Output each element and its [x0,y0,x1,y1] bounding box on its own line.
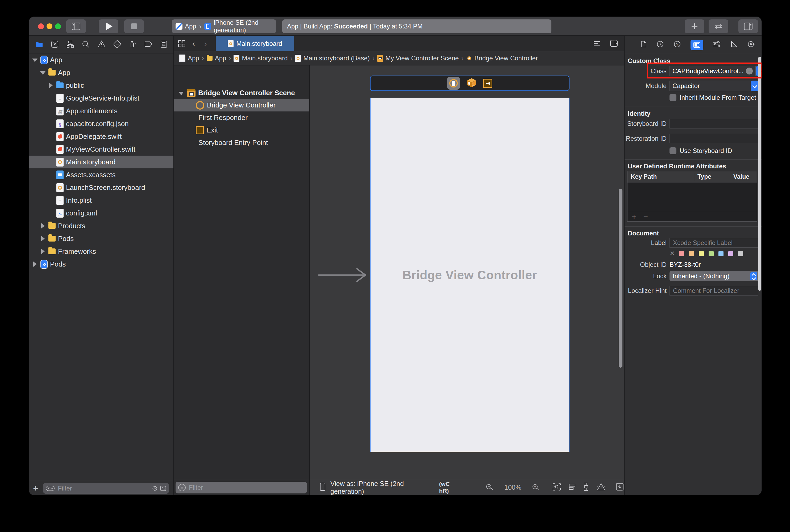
outline-row[interactable]: Exit [173,124,309,136]
symbol-navigator-tab[interactable] [66,40,74,49]
outline-row[interactable]: Bridge View Controller [173,99,309,111]
localizer-hint-input[interactable] [672,287,755,295]
add-attribute-button[interactable]: + [632,212,637,221]
breadcrumb-item[interactable]: App [207,55,226,62]
document-label-input[interactable] [672,239,755,247]
file-row[interactable]: GoogleService-Info.plist [29,92,173,104]
color-swatch[interactable] [689,251,694,256]
breadcrumb-item[interactable]: Main.storyboard [234,55,288,62]
tab-overview-button[interactable] [178,40,186,49]
file-row[interactable]: Frameworks [29,245,173,258]
file-row[interactable]: AppDelegate.swift [29,130,173,143]
no-color-button[interactable]: ✕ [670,250,675,257]
inherit-module-checkbox[interactable] [670,94,676,101]
history-inspector-tab[interactable] [656,40,664,50]
file-row[interactable]: App.entitlements [29,104,173,117]
localizer-hint-field[interactable] [670,286,758,296]
activity-status-bar[interactable]: App | Build App: Succeeded | Today at 5:… [282,19,552,33]
runtime-attributes-table-body[interactable] [628,183,757,212]
disclosure-triangle-icon[interactable] [47,146,54,153]
scheme-selector[interactable]: App › iPhone SE (2nd generation) [172,19,276,33]
find-navigator-tab[interactable] [82,40,90,49]
navigator-filter-field[interactable] [43,483,169,494]
restoration-id-input[interactable] [672,135,755,142]
breadcrumb-item[interactable]: Main.storyboard (Base) [295,55,369,62]
breadcrumb-item[interactable]: My View Controller Scene [377,55,459,62]
source-control-status-icon[interactable] [160,485,166,492]
storyboard-id-input[interactable] [672,120,755,128]
disclosure-triangle-icon[interactable] [47,133,54,140]
tab-main-storyboard[interactable]: Main.storyboard [216,36,294,51]
breadcrumb-item[interactable]: Bridge View Controller [466,55,538,62]
exit-dock-item[interactable]: ⇥ [483,79,493,88]
module-dropdown-button[interactable] [751,81,758,91]
file-row[interactable]: Pods [29,258,173,270]
add-constraints-button[interactable] [582,482,591,493]
module-field[interactable]: Capacitor [670,81,750,91]
file-row[interactable]: Main.storyboard [29,156,173,168]
add-editor-button[interactable] [610,40,618,48]
remove-attribute-button[interactable]: − [643,212,648,221]
resolve-layout-button[interactable] [596,482,606,493]
adjust-editor-button[interactable] [616,482,624,493]
storyboard-canvas[interactable]: 1 ⇥ Bridge View Controller [309,65,624,479]
color-swatch[interactable] [728,251,733,256]
use-storyboard-id-checkbox[interactable] [670,147,676,154]
file-inspector-tab[interactable] [640,40,647,50]
disclosure-triangle-icon[interactable] [39,69,46,76]
connections-inspector-tab[interactable] [748,40,755,50]
disclosure-triangle-icon[interactable] [39,235,46,242]
outline-filter-input[interactable] [188,483,304,492]
disclosure-triangle-icon[interactable] [47,158,54,166]
file-row[interactable]: LaunchScreen.storyboard [29,181,173,194]
close-window-button[interactable] [38,23,44,29]
minimize-window-button[interactable] [46,23,52,29]
run-button[interactable] [99,19,118,33]
disclosure-triangle-icon[interactable] [177,90,184,97]
disclosure-triangle-icon[interactable] [31,261,38,268]
view-as-label[interactable]: View as: iPhone SE (2nd generation) [330,480,437,495]
disclosure-triangle-icon[interactable] [47,95,54,101]
file-row[interactable]: Assets.xcassets [29,168,173,181]
file-row[interactable]: App [29,66,173,79]
disclosure-triangle-icon[interactable] [47,108,54,114]
disclosure-triangle-icon[interactable] [39,222,46,229]
disclosure-triangle-icon[interactable] [39,248,46,255]
disclosure-triangle-icon[interactable] [47,197,54,204]
issue-navigator-tab[interactable] [97,40,106,49]
first-responder-dock-item[interactable]: 1 [467,78,476,89]
scene-row[interactable]: Bridge View Controller Scene [173,87,309,99]
inspector-scrollbar[interactable] [758,57,761,291]
view-controller-dock-item[interactable] [447,77,460,90]
zoom-in-button[interactable]: + [533,484,539,491]
color-swatch[interactable] [709,251,714,256]
editor-options-button[interactable] [593,40,601,48]
editor-mode-button[interactable] [709,19,728,33]
add-file-button[interactable]: + [33,483,38,493]
file-row[interactable]: Pods [29,232,173,245]
project-navigator-tab[interactable] [35,40,43,49]
color-swatch[interactable] [679,251,684,256]
outline-row[interactable]: Storyboard Entry Point [173,136,309,149]
navigator-divider[interactable] [173,36,174,495]
disclosure-triangle-icon[interactable] [47,171,54,178]
device-configuration-button[interactable] [320,482,326,493]
report-navigator-tab[interactable] [160,40,168,49]
class-field[interactable]: CAPBridgeViewControl... → [670,66,756,76]
navigator-filter-input[interactable] [57,484,150,492]
file-row[interactable]: App [29,54,173,66]
zoom-window-button[interactable] [55,23,61,29]
breadcrumb-item[interactable]: App [179,55,199,62]
inspector-toggle-button[interactable] [738,19,758,33]
source-control-tab[interactable] [51,40,59,49]
document-label-field[interactable] [670,238,758,248]
size-inspector-tab[interactable] [730,40,738,50]
lock-popup[interactable]: Inherited - (Nothing) [670,271,758,281]
breakpoint-navigator-tab[interactable] [144,40,153,49]
back-button[interactable]: ‹ [192,39,195,48]
outline-canvas-divider[interactable] [309,65,310,495]
attributes-inspector-tab[interactable] [713,40,721,50]
storyboard-entry-arrow[interactable] [319,267,370,283]
file-row[interactable]: public [29,79,173,92]
stop-button[interactable] [124,19,144,33]
